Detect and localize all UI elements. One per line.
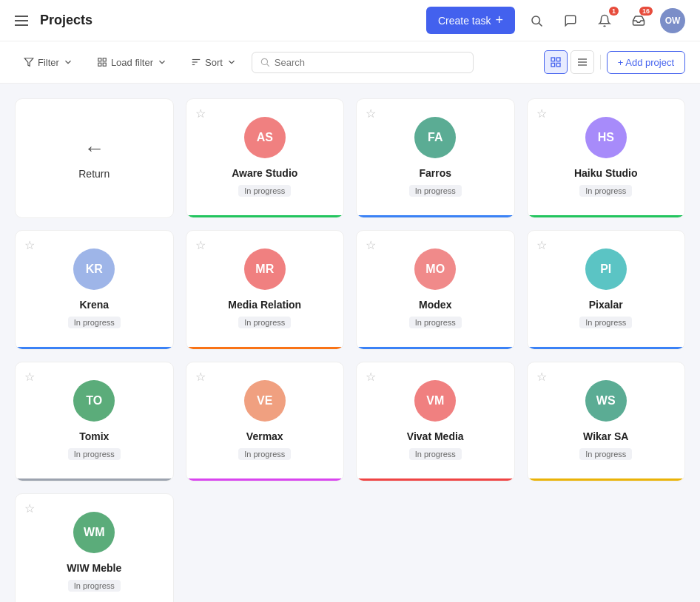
filter-button[interactable]: Filter [15, 53, 82, 72]
progress-bar [357, 347, 514, 349]
messages-button[interactable] [558, 8, 583, 33]
status-badge: In progress [238, 185, 291, 197]
sort-button[interactable]: Sort [182, 53, 246, 72]
project-name: Farros [419, 167, 451, 179]
progress-bar [357, 215, 514, 217]
search-input-wrap [252, 52, 474, 73]
status-badge: In progress [68, 448, 121, 460]
project-name: Pixalar [589, 299, 623, 311]
project-name: Media Relation [228, 299, 301, 311]
search-button[interactable] [524, 8, 549, 33]
header: Projects Create task + 1 16 [0, 0, 700, 41]
star-button[interactable]: ☆ [24, 501, 35, 515]
project-avatar: MO [414, 248, 456, 290]
create-task-label: Create task [438, 15, 491, 27]
progress-bar [186, 347, 344, 349]
project-avatar: TO [73, 380, 115, 422]
project-name: Tomix [79, 430, 109, 442]
project-name: WIW Meble [67, 562, 121, 574]
star-button[interactable]: ☆ [195, 370, 206, 384]
sort-label: Sort [205, 57, 223, 68]
progress-bar [16, 347, 173, 349]
notifications-button[interactable]: 1 [592, 8, 617, 33]
svg-line-1 [539, 23, 542, 26]
project-avatar: AS [244, 117, 286, 158]
filter-label: Filter [38, 57, 59, 68]
status-badge: In progress [579, 185, 632, 197]
progress-bar [16, 478, 173, 481]
toolbar: Filter Load filter Sort + Add project [0, 41, 700, 84]
svg-rect-12 [551, 58, 555, 61]
star-button[interactable]: ☆ [24, 238, 35, 252]
header-actions: Create task + 1 16 OW [426, 7, 685, 34]
status-badge: In progress [579, 448, 632, 460]
create-task-button[interactable]: Create task + [426, 7, 515, 34]
project-card-krena[interactable]: ☆ KR Krena In progress [15, 230, 174, 350]
star-button[interactable]: ☆ [536, 106, 547, 121]
return-label: Return [78, 168, 110, 180]
progress-bar [186, 478, 344, 481]
return-arrow-icon: ← [84, 137, 104, 160]
menu-icon[interactable] [15, 16, 28, 26]
status-badge: In progress [68, 317, 121, 328]
inbox-button[interactable]: 16 [626, 8, 651, 33]
project-name: Krena [79, 299, 109, 311]
svg-marker-2 [24, 58, 33, 67]
star-button[interactable]: ☆ [536, 370, 547, 384]
status-badge: In progress [409, 317, 462, 328]
project-name: Wikar SA [583, 430, 628, 442]
progress-bar [528, 478, 685, 481]
project-card-wikar-sa[interactable]: ☆ WS Wikar SA In progress [527, 362, 686, 481]
star-button[interactable]: ☆ [536, 238, 547, 252]
project-name: Aware Studio [232, 167, 297, 179]
svg-rect-6 [98, 63, 101, 66]
project-card-aware-studio[interactable]: ☆ AS Aware Studio In progress [186, 98, 345, 218]
projects-grid: ← Return ☆ AS Aware Studio In progress ☆… [0, 84, 700, 602]
divider [600, 55, 601, 70]
svg-rect-5 [103, 63, 106, 66]
project-avatar: HS [585, 117, 627, 158]
star-button[interactable]: ☆ [24, 370, 35, 384]
project-name: Haiku Studio [574, 167, 638, 179]
project-card-haiku-studio[interactable]: ☆ HS Haiku Studio In progress [527, 98, 686, 218]
star-button[interactable]: ☆ [195, 106, 206, 121]
svg-line-11 [266, 64, 269, 67]
load-filter-label: Load filter [111, 57, 153, 68]
project-card-modex[interactable]: ☆ MO Modex In progress [356, 230, 515, 350]
svg-rect-3 [98, 58, 101, 61]
svg-rect-4 [103, 58, 106, 61]
progress-bar [186, 215, 344, 217]
search-input[interactable] [275, 57, 465, 68]
star-button[interactable]: ☆ [366, 238, 376, 252]
project-avatar: WS [585, 380, 627, 422]
project-card-media-relation[interactable]: ☆ MR Media Relation In progress [186, 230, 345, 350]
project-name: Vivat Media [407, 430, 464, 442]
project-card-wiw-meble[interactable]: ☆ WM WIW Meble In progress [15, 493, 174, 602]
load-filter-button[interactable]: Load filter [88, 53, 176, 72]
project-card-tomix[interactable]: ☆ TO Tomix In progress [15, 362, 174, 481]
status-badge: In progress [238, 448, 291, 460]
project-avatar: PI [585, 248, 627, 290]
svg-point-0 [532, 16, 540, 24]
star-button[interactable]: ☆ [195, 238, 206, 252]
star-button[interactable]: ☆ [366, 106, 376, 121]
user-avatar[interactable]: OW [660, 8, 685, 33]
status-badge: In progress [409, 185, 462, 197]
status-badge: In progress [579, 317, 632, 328]
status-badge: In progress [409, 448, 462, 460]
list-view-button[interactable] [571, 50, 594, 74]
svg-rect-14 [551, 63, 555, 67]
progress-bar [528, 347, 685, 349]
project-card-vivat-media[interactable]: ☆ VM Vivat Media In progress [356, 362, 515, 481]
return-card[interactable]: ← Return [15, 98, 174, 218]
page-title: Projects [40, 13, 426, 28]
project-card-farros[interactable]: ☆ FA Farros In progress [356, 98, 515, 218]
project-card-pixalar[interactable]: ☆ PI Pixalar In progress [527, 230, 686, 350]
grid-view-button[interactable] [544, 50, 568, 74]
project-avatar: MR [244, 248, 286, 290]
star-button[interactable]: ☆ [366, 370, 376, 384]
add-project-button[interactable]: + Add project [607, 51, 685, 74]
messages-badge: 16 [639, 7, 653, 16]
search-icon [260, 57, 270, 67]
project-card-vermax[interactable]: ☆ VE Vermax In progress [186, 362, 345, 481]
